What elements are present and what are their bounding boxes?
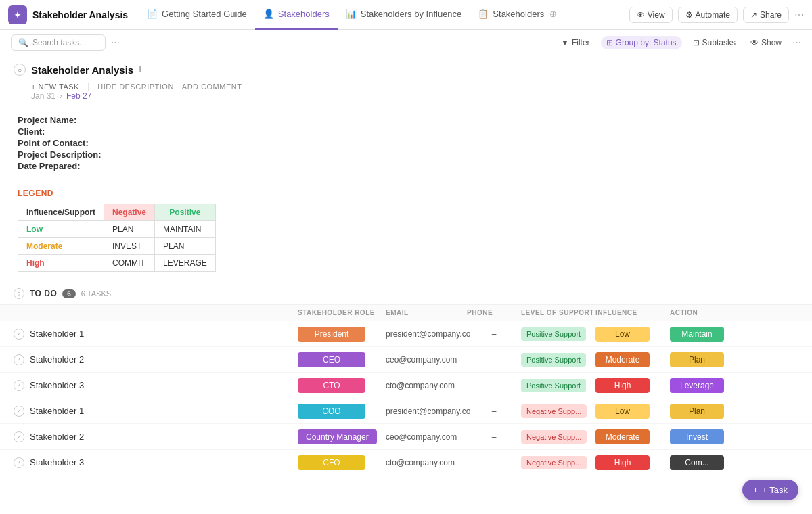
table-row: ✓ Stakeholder 1 COO president@company.co…: [0, 398, 812, 424]
task-name: Stakeholder 3: [30, 457, 84, 467]
collapse-icon: ○: [18, 66, 22, 74]
tab-add-icon[interactable]: ⊕: [549, 9, 557, 19]
role-badge: COO: [298, 404, 365, 419]
legend-section: LEGEND Influence/Support Negative Positi…: [0, 183, 812, 283]
action-badge: Plan: [670, 352, 724, 367]
influence-badge: High: [595, 455, 650, 470]
legend-neg-moderate: INVEST: [104, 238, 155, 255]
task-support-cell: Negative Supp...: [521, 456, 595, 469]
date-to[interactable]: Feb 27: [66, 91, 91, 101]
task-role-cell: President: [298, 327, 386, 342]
app-icon: ✦: [8, 5, 27, 24]
tab-stakeholders-2[interactable]: 📋 Stakeholders ⊕: [470, 0, 565, 30]
legend-header-negative: Negative: [104, 204, 155, 221]
task-check-3[interactable]: ✓: [14, 406, 24, 417]
legend-neg-high: COMMIT: [104, 255, 155, 272]
section-collapse-button[interactable]: ○: [14, 288, 24, 299]
more-options-icon[interactable]: ⋯: [794, 9, 804, 20]
tab-stakeholders[interactable]: 👤 Stakeholders: [255, 0, 338, 30]
filter-icon: ▼: [561, 38, 569, 47]
task-phone-cell: –: [467, 329, 521, 339]
task-name: Stakeholder 1: [30, 329, 84, 339]
task-action-cell: Maintain: [670, 327, 738, 342]
content-area: ○ Stakeholder Analysis ℹ + NEW TASK | HI…: [0, 55, 812, 514]
tab-getting-started[interactable]: 📄 Getting Started Guide: [139, 0, 255, 30]
toolbar-right: ▼ Filter ⊞ Group by: Status ⊡ Subtasks 👁…: [557, 36, 801, 49]
task-email-cell: president@company.co: [386, 329, 467, 339]
task-check-5[interactable]: ✓: [14, 457, 24, 468]
new-task-button[interactable]: + NEW TASK: [31, 83, 79, 91]
toolbar: 🔍 Search tasks... ⋯ ▼ Filter ⊞ Group by:…: [0, 30, 812, 55]
add-task-icon: +: [753, 485, 759, 495]
col-email: EMAIL: [386, 309, 467, 317]
toolbar-more-icon[interactable]: ⋯: [111, 37, 120, 47]
task-count: 6 TASKS: [81, 289, 111, 298]
legend-row-high: High COMMIT LEVERAGE: [18, 255, 216, 272]
task-support-cell: Negative Supp...: [521, 404, 595, 418]
task-support-cell: Positive Support: [521, 379, 595, 392]
influence-badge: Low: [595, 327, 650, 342]
search-box[interactable]: 🔍 Search tasks...: [11, 34, 106, 51]
add-task-button[interactable]: + + Task: [742, 480, 798, 500]
task-check-1[interactable]: ✓: [14, 354, 24, 365]
view-button[interactable]: 👁 View: [629, 7, 673, 23]
date-arrow: ›: [60, 91, 62, 101]
tab-stakeholders-influence[interactable]: 📊 Stakeholders by Influence: [338, 0, 470, 30]
show-button[interactable]: 👁 Show: [746, 36, 786, 49]
legend-neg-low: PLAN: [104, 221, 155, 238]
influence-badge: Moderate: [595, 352, 650, 367]
task-check-2[interactable]: ✓: [14, 380, 24, 391]
task-support-cell: Positive Support: [521, 353, 595, 367]
task-influence-cell: High: [595, 378, 670, 393]
project-name-field: Project Name:: [18, 115, 794, 125]
task-name: Stakeholder 2: [30, 431, 84, 442]
table-row: ✓ Stakeholder 3 CFO cto@company.com – Ne…: [0, 450, 812, 475]
support-badge: Negative Supp...: [521, 430, 587, 444]
section-header: ○ TO DO 6 6 TASKS: [0, 283, 812, 305]
add-comment-button[interactable]: ADD COMMENT: [182, 83, 242, 91]
task-influence-cell: Moderate: [595, 429, 670, 444]
task-phone-cell: –: [467, 432, 521, 442]
legend-title: LEGEND: [18, 189, 794, 198]
app-title: Stakeholder Analysis: [32, 9, 128, 20]
col-influence: INFLUENCE: [595, 309, 670, 317]
task-email-cell: ceo@company.com: [386, 432, 467, 442]
collapse-button[interactable]: ○: [14, 64, 26, 76]
task-name-cell: ✓ Stakeholder 2: [14, 354, 298, 365]
col-action: ACTION: [670, 309, 738, 317]
date-range: Jan 31 › Feb 27: [31, 91, 798, 101]
toolbar-overflow-icon[interactable]: ⋯: [792, 37, 801, 47]
support-badge: Positive Support: [521, 379, 586, 392]
task-name-cell: ✓ Stakeholder 3: [14, 457, 298, 468]
support-badge: Positive Support: [521, 353, 586, 367]
group-by-button[interactable]: ⊞ Group by: Status: [601, 36, 682, 49]
info-icon[interactable]: ℹ: [139, 65, 142, 74]
task-support-cell: Positive Support: [521, 327, 595, 341]
share-icon: ↗: [750, 10, 757, 20]
share-button[interactable]: ↗ Share: [743, 7, 789, 23]
task-name-cell: ✓ Stakeholder 1: [14, 329, 298, 340]
task-actions: + NEW TASK | HIDE DESCRIPTION ADD COMMEN…: [31, 81, 798, 91]
col-level-support: LEVEL OF SUPPORT: [521, 309, 595, 317]
task-role-cell: COO: [298, 404, 386, 419]
legend-table: Influence/Support Negative Positive Low …: [18, 204, 216, 272]
doc-icon: 📄: [147, 9, 158, 19]
task-email-cell: ceo@company.com: [386, 355, 467, 365]
task-action-cell: Leverage: [670, 378, 738, 393]
role-badge: CTO: [298, 378, 365, 393]
toolbar-left: 🔍 Search tasks... ⋯: [11, 34, 549, 51]
automate-button[interactable]: ⚙ Automate: [678, 7, 738, 23]
action-badge: Plan: [670, 404, 724, 419]
filter-button[interactable]: ▼ Filter: [557, 36, 594, 49]
hide-description-button[interactable]: HIDE DESCRIPTION: [97, 83, 174, 91]
section-badge: 6: [62, 289, 76, 298]
legend-influence-high: High: [18, 255, 104, 272]
support-badge: Positive Support: [521, 327, 586, 341]
task-check-4[interactable]: ✓: [14, 431, 24, 442]
subtasks-button[interactable]: ⊡ Subtasks: [689, 36, 740, 49]
date-prepared-field: Date Prepared:: [18, 161, 794, 171]
show-icon: 👁: [750, 38, 759, 47]
section-collapse-icon: ○: [17, 290, 20, 297]
task-check-0[interactable]: ✓: [14, 329, 24, 340]
task-name-cell: ✓ Stakeholder 2: [14, 431, 298, 442]
